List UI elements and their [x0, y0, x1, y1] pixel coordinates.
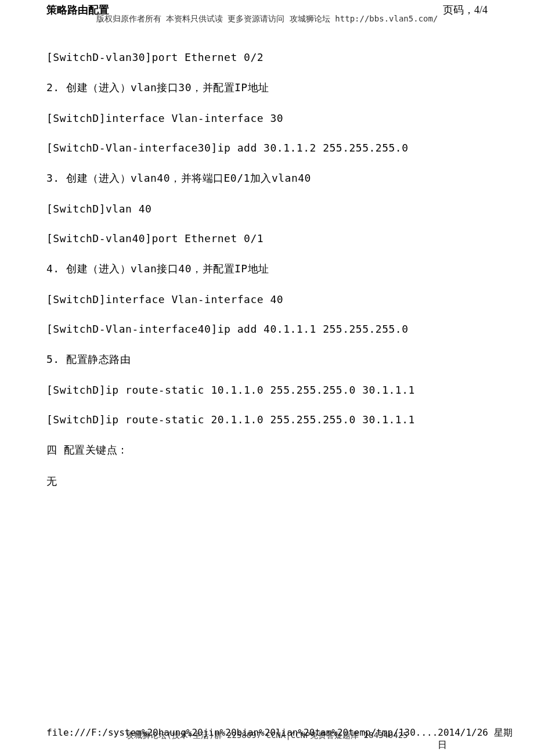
content-line: [SwitchD]interface Vlan-interface 40	[46, 293, 488, 305]
content-line: 5. 配置静态路由	[46, 352, 488, 366]
content-line: 2. 创建（进入）vlan接口30，并配置IP地址	[46, 81, 488, 95]
content-line: [SwitchD]ip route-static 20.1.1.0 255.25…	[46, 413, 488, 426]
document-content: [SwitchD-vlan30]port Ethernet 0/2 2. 创建（…	[46, 51, 488, 506]
content-line: 3. 创建（进入）vlan40，并将端口E0/1加入vlan40	[46, 171, 488, 185]
content-line: [SwitchD-vlan40]port Ethernet 0/1	[46, 232, 488, 244]
content-line: 无	[46, 474, 488, 488]
content-line: 四 配置关键点：	[46, 443, 488, 457]
footer-file-path: file:///F:/system%20haung%20jin%20bian%2…	[46, 727, 438, 751]
content-line: [SwitchD]vlan 40	[46, 203, 488, 215]
content-line: [SwitchD-vlan30]port Ethernet 0/2	[46, 51, 488, 63]
footer-date: 2014/1/26 星期日	[438, 727, 517, 751]
content-line: 4. 创建（进入）vlan接口40，并配置IP地址	[46, 262, 488, 276]
header-subtitle: 版权归原作者所有 本资料只供试读 更多资源请访问 攻城狮论坛 http://bb…	[0, 14, 534, 24]
content-line: [SwitchD]interface Vlan-interface 30	[46, 112, 488, 124]
content-line: [SwitchD-Vlan-interface40]ip add 40.1.1.…	[46, 323, 488, 335]
content-line: [SwitchD-Vlan-interface30]ip add 30.1.1.…	[46, 142, 488, 154]
content-line: [SwitchD]ip route-static 10.1.1.0 255.25…	[46, 384, 488, 396]
footer-bottom: file:///F:/system%20haung%20jin%20bian%2…	[46, 727, 517, 751]
